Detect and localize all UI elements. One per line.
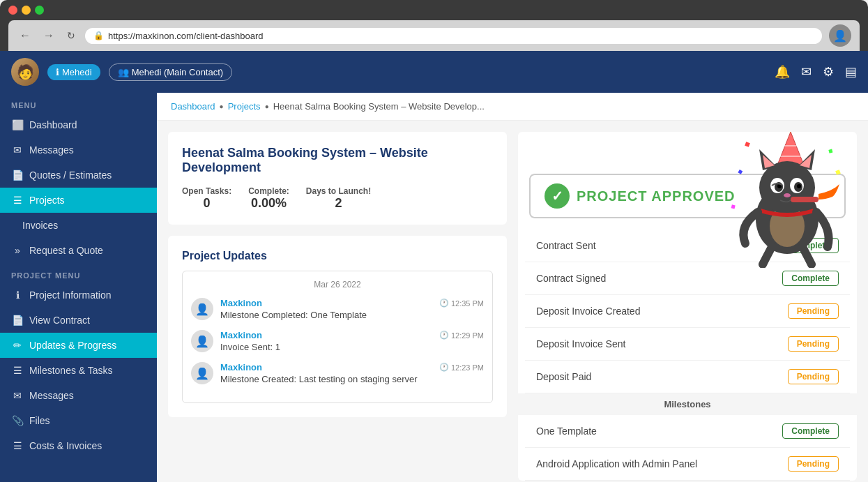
status-badge-pending: Pending [788,369,839,384]
status-badge-complete: Complete [782,238,839,253]
sidebar-item-dashboard[interactable]: ⬜ Dashboard [0,112,157,137]
project-header: Heenat Salma Booking System – Website De… [168,132,507,225]
update-item-1: 👤 Maxkinon 🕐 12:35 PM Milestone Compl [191,298,484,320]
status-badge-pending: Pending [788,336,839,352]
update-time-2: 🕐 12:29 PM [439,331,484,340]
update-time-3: 🕐 12:23 PM [439,363,484,372]
updates-section-title: Project Updates [182,250,493,262]
sidebar-item-label: Messages [29,144,74,156]
info-icon: ℹ [11,289,24,301]
proj-msg-icon: ✉ [11,390,24,401]
open-tasks-value: 0 [182,196,231,211]
update-content-3: Maxkinon 🕐 12:23 PM Milestone Created: L… [220,362,484,384]
breadcrumb: Dashboard ● Projects ● Heenat Salma Book… [157,93,868,121]
sidebar-item-projects[interactable]: ☰ Projects [0,188,157,213]
milestones-icon: ☰ [11,365,24,376]
sidebar-item-request-quote[interactable]: » Request a Quote [0,238,157,263]
status-table: Contract Sent Complete Contract Signed C… [518,229,857,393]
project-updates-section: Project Updates Mar 26 2022 👤 Maxkinon 🕐 [168,236,507,417]
status-label: Deposit Invoice Created [536,306,640,317]
update-header-3: Maxkinon 🕐 12:23 PM [220,362,484,372]
sidebar-item-quotes[interactable]: 📄 Quotes / Estimates [0,163,157,188]
reload-button[interactable]: ↻ [64,29,78,43]
dashboard-icon: ⬜ [11,119,24,130]
sidebar-item-messages[interactable]: ✉ Messages [0,137,157,163]
sidebar: MENU ⬜ Dashboard ✉ Messages 📄 Quotes / E… [0,93,157,482]
status-badge-complete: Complete [782,271,839,286]
update-header-1: Maxkinon 🕐 12:35 PM [220,298,484,308]
request-icon: » [11,245,24,256]
sidebar-item-milestones[interactable]: ☰ Milestones & Tasks [0,358,157,383]
status-row-deposit-invoice-sent: Deposit Invoice Sent Pending [525,328,850,361]
menu-section-label: MENU [0,93,157,112]
user-badge[interactable]: ℹ Mehedi [47,64,100,80]
update-header-2: Maxkinon 🕐 12:29 PM [220,330,484,340]
avatar: 🧑 [11,58,39,86]
updates-container: Mar 26 2022 👤 Maxkinon 🕐 12:35 PM [182,271,493,403]
update-text-1: Milestone Completed: One Template [220,310,484,320]
breadcrumb-projects[interactable]: Projects [228,101,261,112]
sidebar-item-view-contract[interactable]: 📄 View Contract [0,308,157,333]
update-item-3: 👤 Maxkinon 🕐 12:23 PM Milestone Creat [191,362,484,384]
update-date: Mar 26 2022 [191,280,484,289]
sidebar-item-label: Dashboard [29,119,77,130]
update-item-2: 👤 Maxkinon 🕐 12:29 PM Invoice Sent: 1 [191,330,484,352]
complete-stat: Complete: 0.00% [248,186,289,211]
forward-button[interactable]: → [40,28,57,43]
breadcrumb-home[interactable]: Dashboard [171,101,215,112]
costs-icon: ☰ [11,440,24,451]
close-dot[interactable] [8,6,17,15]
milestones-section-header: Milestones [518,393,857,415]
mail-icon[interactable]: ✉ [801,64,812,80]
status-row-contract-sent: Contract Sent Complete [525,229,850,262]
sidebar-item-invoices[interactable]: Invoices [0,213,157,238]
user-badge-label: Mehedi [62,67,92,77]
projects-icon: ☰ [11,195,24,206]
milestone-badge-complete: Complete [782,423,839,439]
sidebar-item-project-messages[interactable]: ✉ Messages [0,383,157,408]
sidebar-item-files[interactable]: 📎 Files [0,408,157,433]
update-content-2: Maxkinon 🕐 12:29 PM Invoice Sent: 1 [220,330,484,352]
sidebar-item-label: Quotes / Estimates [29,170,112,181]
sidebar-item-costs[interactable]: ☰ Costs & Invoices [0,433,157,458]
contact-badge[interactable]: 👥 Mehedi (Main Contact) [109,63,233,81]
right-panel: ✓ PROJECT APPROVED Contract Sent Complet… [518,132,857,481]
menu-icon[interactable]: ▤ [845,64,857,80]
update-content-1: Maxkinon 🕐 12:35 PM Milestone Completed:… [220,298,484,320]
status-row-deposit-paid: Deposit Paid Pending [525,361,850,393]
url-text: https://maxkinon.com/client-dashboard [108,31,264,41]
back-button[interactable]: ← [17,28,33,43]
milestone-label: One Template [536,425,597,437]
milestone-badge-pending: Pending [788,456,839,472]
address-bar[interactable]: 🔒 https://maxkinon.com/client-dashboard [85,28,822,44]
sidebar-item-project-info[interactable]: ℹ Project Information [0,283,157,308]
clock-icon-3: 🕐 [439,363,449,372]
maximize-dot[interactable] [35,6,44,15]
sidebar-item-label: Costs & Invoices [29,440,102,451]
breadcrumb-current: Heenat Salma Booking System – Website De… [273,101,485,112]
main-content: Dashboard ● Projects ● Heenat Salma Book… [157,93,868,482]
update-author-2: Maxkinon [220,330,262,340]
breadcrumb-sep2: ● [265,103,269,110]
update-avatar-3: 👤 [191,362,213,384]
status-badge-pending: Pending [788,303,839,319]
minimize-dot[interactable] [22,6,31,15]
top-navigation: 🧑 ℹ Mehedi 👥 Mehedi (Main Contact) 🔔 ✉ ⚙… [0,51,868,93]
notification-icon[interactable]: 🔔 [775,64,790,80]
browser-user-icon[interactable]: 👤 [829,24,851,47]
milestone-row-one-template: One Template Complete [525,415,850,448]
update-author-1: Maxkinon [220,298,262,308]
project-menu-section-label: PROJECT MENU [0,263,157,283]
updates-icon: ✏ [11,340,24,351]
approved-text: PROJECT APPROVED [577,188,736,204]
settings-icon[interactable]: ⚙ [823,64,834,80]
sidebar-item-label: Invoices [22,220,58,231]
status-row-deposit-invoice-created: Deposit Invoice Created Pending [525,295,850,328]
files-icon: 📎 [11,415,24,426]
sidebar-item-updates[interactable]: ✏ Updates & Progress [0,333,157,358]
status-label: Deposit Invoice Sent [536,338,625,349]
milestone-row-android: Android Application with Admin Panel Pen… [525,448,850,481]
open-tasks-label: Open Tasks: [182,186,231,196]
days-label: Days to Launch! [306,186,371,196]
check-circle: ✓ [545,183,570,209]
